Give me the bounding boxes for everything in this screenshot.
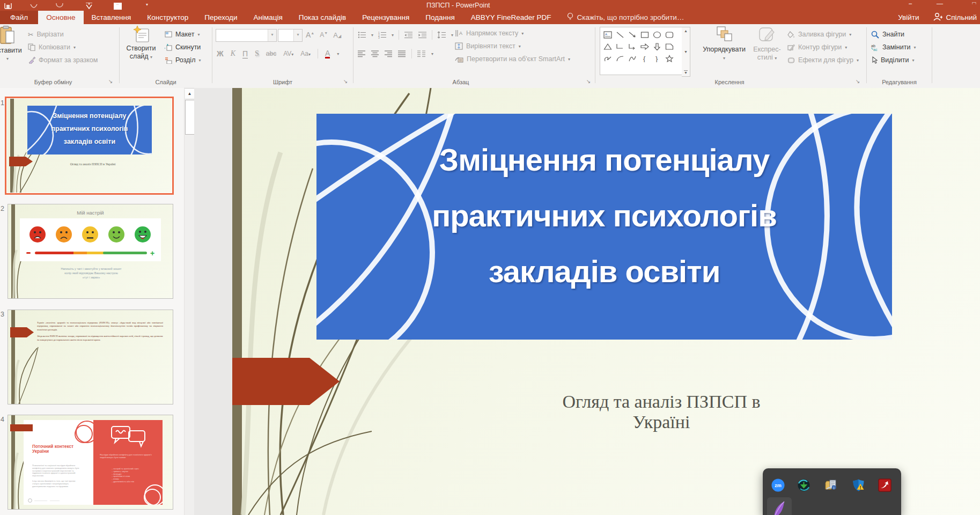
- layout-button[interactable]: Макет▾: [165, 28, 200, 40]
- minimize-icon[interactable]: —: [934, 0, 946, 4]
- format-painter-button[interactable]: Формат за зразком: [28, 54, 98, 66]
- shape-line[interactable]: [614, 29, 626, 41]
- qat-button-icon[interactable]: ··: [114, 2, 122, 11]
- tab-view[interactable]: Подання: [417, 11, 463, 24]
- shape-outline-button[interactable]: Контур фігури▾: [787, 41, 847, 53]
- paste-button[interactable]: Вставити ▾: [0, 26, 24, 61]
- decrease-indent-icon[interactable]: [404, 31, 413, 39]
- slide-thumbnail-3[interactable]: Термін «психічне здоров'я та психосоціал…: [8, 310, 173, 404]
- font-dialog-launcher[interactable]: ↘: [341, 77, 350, 86]
- increase-font-size-button[interactable]: А▲: [306, 31, 314, 39]
- align-text-button[interactable]: Вирівняти текст▾: [455, 40, 521, 52]
- new-slide-button[interactable]: Створити слайд ▾: [122, 26, 160, 61]
- shape-oval[interactable]: [651, 29, 663, 41]
- save-icon[interactable]: [4, 2, 12, 11]
- align-right-icon[interactable]: [385, 50, 393, 57]
- shape-triangle[interactable]: [601, 41, 614, 53]
- shape-right-brace[interactable]: }: [651, 53, 663, 64]
- redo-icon[interactable]: [55, 2, 64, 11]
- numbering-icon[interactable]: 123: [378, 31, 387, 39]
- change-case-button[interactable]: Aa▾: [300, 50, 311, 57]
- drawing-dialog-launcher[interactable]: ↘: [853, 77, 862, 86]
- strikethrough-button[interactable]: abc: [266, 50, 276, 57]
- shape-arrow[interactable]: [626, 29, 638, 41]
- bold-button[interactable]: Ж: [217, 49, 224, 58]
- tab-home[interactable]: Основне: [38, 11, 83, 24]
- shape-down-arrow[interactable]: [651, 41, 663, 53]
- bullets-icon[interactable]: [358, 31, 366, 39]
- tell-me-box[interactable]: Скажіть, що потрібно зробити…: [559, 11, 692, 24]
- tab-review[interactable]: Рецензування: [354, 11, 417, 24]
- folder-info-icon[interactable]: i: [824, 479, 838, 492]
- replace-button[interactable]: abac Замінити▾: [871, 41, 916, 53]
- justify-icon[interactable]: [398, 50, 406, 57]
- tab-file[interactable]: Файл: [0, 11, 38, 24]
- slide-editing-area[interactable]: Зміцнення потенціалу практичних психолог…: [232, 88, 980, 515]
- tab-design[interactable]: Конструктор: [139, 11, 196, 24]
- undo-icon[interactable]: [30, 2, 38, 11]
- character-spacing-button[interactable]: AV▾: [283, 50, 293, 57]
- shape-snip-corner-rectangle[interactable]: [663, 41, 675, 53]
- ribbon-options-icon[interactable]: ⌐: [904, 0, 916, 4]
- font-name-combobox[interactable]: ▾: [216, 29, 277, 42]
- section-button[interactable]: Розділ▾: [165, 54, 201, 66]
- sign-in-button[interactable]: Увійти: [890, 11, 926, 24]
- italic-button[interactable]: К: [231, 49, 235, 58]
- font-size-combobox[interactable]: ▾: [278, 29, 303, 42]
- zoom-icon[interactable]: zm: [771, 479, 785, 492]
- align-center-icon[interactable]: [371, 50, 379, 57]
- select-button[interactable]: Виділити▾: [871, 54, 914, 66]
- shape-rectangle[interactable]: [638, 29, 651, 41]
- updater-icon[interactable]: [797, 479, 810, 492]
- shape-left-brace[interactable]: {: [638, 53, 651, 64]
- find-button[interactable]: Знайти: [871, 28, 904, 40]
- slide-thumbnail-4[interactable]: Поточний контекст України Психологічні т…: [8, 415, 173, 510]
- align-left-icon[interactable]: [358, 50, 366, 57]
- font-color-button[interactable]: А: [325, 49, 330, 58]
- increase-indent-icon[interactable]: [418, 31, 427, 39]
- maximize-icon[interactable]: □: [968, 0, 980, 4]
- shape-fill-button[interactable]: Заливка фігури▾: [787, 28, 851, 40]
- scrollbar-up-arrow[interactable]: ▲: [185, 89, 194, 98]
- line-spacing-icon[interactable]: [437, 31, 446, 39]
- title-banner-shape[interactable]: Зміцнення потенціалу практичних психолог…: [316, 114, 892, 340]
- slide-title[interactable]: Зміцнення потенціалу практичних психолог…: [316, 132, 892, 299]
- decrease-font-size-button[interactable]: А▼: [320, 31, 328, 39]
- shapes-scroll-up[interactable]: ▲: [684, 29, 688, 33]
- shape-elbow-connector[interactable]: [614, 41, 626, 53]
- scrollbar-thumb[interactable]: [185, 100, 195, 135]
- start-slideshow-icon[interactable]: [85, 2, 93, 11]
- tray-second-row-tile[interactable]: [767, 497, 792, 515]
- underline-button[interactable]: П: [242, 49, 248, 58]
- shape-arc[interactable]: [614, 53, 626, 64]
- windows-defender-warning-icon[interactable]: [852, 479, 865, 492]
- arrange-button[interactable]: Упорядкувати▾: [698, 26, 750, 62]
- tab-animations[interactable]: Анімація: [245, 11, 290, 24]
- qat-more-icon[interactable]: ▾: [146, 2, 148, 7]
- shape-effects-button[interactable]: Ефекти для фігур▾: [787, 54, 859, 66]
- clipboard-dialog-launcher[interactable]: ↘: [106, 77, 115, 86]
- thumbnail-panel-scrollbar[interactable]: ▲: [184, 89, 195, 515]
- shape-scribble[interactable]: [601, 53, 614, 64]
- text-direction-button[interactable]: A Напрямок тексту▾: [455, 27, 524, 39]
- shape-elbow-arrow-connector[interactable]: [626, 41, 638, 53]
- slide-thumbnail-2[interactable]: Мій настрій: [8, 204, 173, 299]
- font-name-caret[interactable]: ▾: [268, 30, 276, 41]
- quick-styles-button[interactable]: Експрес-стилі ▾: [750, 26, 784, 62]
- reset-button[interactable]: Скинути: [165, 41, 201, 53]
- convert-smartart-button[interactable]: Перетворити на об'єкт SmartArt▾: [455, 53, 570, 65]
- copy-button[interactable]: Копіювати ▾: [28, 41, 76, 53]
- shape-curve[interactable]: [626, 53, 638, 64]
- shape-right-arrow[interactable]: [638, 41, 651, 53]
- shapes-scroll-down[interactable]: ▼: [684, 50, 688, 54]
- tab-insert[interactable]: Вставлення: [84, 11, 139, 24]
- shape-star[interactable]: [663, 53, 675, 64]
- share-button[interactable]: Спільний: [926, 11, 980, 24]
- trend-micro-icon[interactable]: [878, 479, 891, 492]
- cut-button[interactable]: ✂ Вирізати: [28, 28, 64, 40]
- shape-text-box[interactable]: A: [601, 29, 614, 41]
- text-shadow-button[interactable]: S: [255, 49, 259, 58]
- tab-transitions[interactable]: Переходи: [196, 11, 245, 24]
- paragraph-dialog-launcher[interactable]: ↘: [584, 77, 593, 86]
- shape-rounded-rectangle[interactable]: [663, 29, 675, 41]
